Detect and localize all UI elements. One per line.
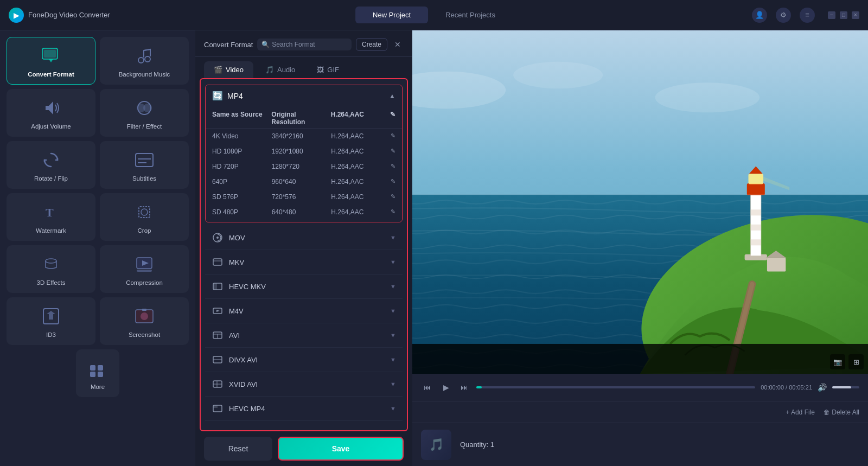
preview-camera-button[interactable]: 📷 bbox=[830, 354, 845, 369]
svg-rect-24 bbox=[98, 372, 103, 377]
format-item-divx-avi[interactable]: DIVX AVI ▼ bbox=[205, 348, 403, 372]
delete-all-button[interactable]: 🗑 Delete All bbox=[824, 408, 859, 416]
maximize-button[interactable]: □ bbox=[840, 11, 847, 19]
id3-label: ID3 bbox=[46, 331, 56, 338]
svg-rect-27 bbox=[213, 259, 222, 265]
sidebar-item-adjust-volume[interactable]: Adjust Volume bbox=[7, 89, 95, 137]
gif-tab-icon: 🖼 bbox=[317, 66, 324, 74]
sidebar-item-background-music[interactable]: Background Music bbox=[100, 37, 189, 85]
sidebar-item-rotate-flip[interactable]: Rotate / Flip bbox=[7, 141, 95, 189]
app-name: FoneDog Video Converter bbox=[28, 11, 110, 19]
menu-icon[interactable]: ≡ bbox=[800, 8, 815, 23]
minimize-button[interactable]: − bbox=[828, 11, 835, 19]
svg-rect-52 bbox=[747, 183, 765, 195]
svg-point-19 bbox=[141, 312, 148, 320]
preview-overlay-icons: 📷 ⊞ bbox=[830, 354, 864, 369]
table-row[interactable]: SD 480P 640*480 H.264,AAC ✎ bbox=[206, 205, 402, 220]
sidebar-item-3d-effects[interactable]: 3D Effects bbox=[7, 245, 95, 293]
format-item-xvid-avi[interactable]: XVID AVI ▼ bbox=[205, 372, 403, 397]
progress-fill bbox=[476, 386, 482, 388]
search-format[interactable]: 🔍 Search Format bbox=[257, 39, 352, 50]
sidebar-item-crop[interactable]: Crop bbox=[100, 193, 189, 241]
edit-icon[interactable]: ✎ bbox=[391, 163, 395, 170]
format-bottom: Reset Save bbox=[195, 431, 412, 466]
sidebar-item-convert-format[interactable]: Convert Format bbox=[7, 37, 95, 85]
new-project-tab[interactable]: New Project bbox=[355, 7, 428, 23]
save-button[interactable]: Save bbox=[278, 437, 404, 461]
svg-rect-41 bbox=[213, 405, 218, 408]
filter-effect-label: Filter / Effect bbox=[127, 123, 162, 130]
format-item-mov[interactable]: MOV ▼ bbox=[205, 226, 403, 250]
svg-point-13 bbox=[46, 259, 56, 263]
play-button[interactable]: ▶ bbox=[439, 381, 452, 394]
adjust-volume-label: Adjust Volume bbox=[31, 123, 71, 130]
table-row[interactable]: SD 576P 720*576 H.264,AAC ✎ bbox=[206, 189, 402, 205]
mkv-chevron: ▼ bbox=[390, 259, 396, 265]
sidebar-item-compression[interactable]: Compression bbox=[100, 245, 189, 293]
reset-button[interactable]: Reset bbox=[204, 437, 272, 461]
table-row[interactable]: 4K Video 3840*2160 H.264,AAC ✎ bbox=[206, 129, 402, 144]
hevc-mp4-label: HEVC MP4 bbox=[229, 405, 265, 413]
profile-icon[interactable]: 👤 bbox=[752, 8, 767, 23]
format-item-mkv[interactable]: MKV ▼ bbox=[205, 250, 403, 275]
recent-projects-tab[interactable]: Recent Projects bbox=[428, 7, 513, 23]
avi-label: AVI bbox=[229, 331, 240, 340]
tab-video[interactable]: 🎬 Video bbox=[204, 61, 253, 78]
tab-audio[interactable]: 🎵 Audio bbox=[256, 61, 305, 78]
mkv-label: MKV bbox=[229, 258, 244, 266]
col-edit: ✎ bbox=[390, 111, 395, 126]
gif-tab-label: GIF bbox=[327, 66, 339, 74]
sidebar-item-filter-effect[interactable]: Filter / Effect bbox=[100, 89, 189, 137]
table-row[interactable]: 640P 960*640 H.264,AAC ✎ bbox=[206, 174, 402, 189]
table-row[interactable]: HD 720P 1280*720 H.264,AAC ✎ bbox=[206, 159, 402, 174]
sidebar-item-more[interactable]: More bbox=[76, 349, 119, 397]
create-button[interactable]: Create bbox=[356, 38, 387, 51]
format-item-hevc-mp4[interactable]: HEVC MP4 ▼ bbox=[205, 397, 403, 421]
hevc-mp4-icon bbox=[212, 403, 224, 414]
edit-icon[interactable]: ✎ bbox=[391, 178, 395, 186]
skip-back-button[interactable]: ⏮ bbox=[421, 381, 434, 394]
svg-point-57 bbox=[513, 62, 603, 89]
sidebar-item-id3[interactable]: ID3 bbox=[7, 297, 95, 345]
xvid-avi-icon bbox=[212, 378, 224, 390]
mov-icon bbox=[212, 232, 224, 244]
edit-icon[interactable]: ✎ bbox=[391, 148, 395, 155]
volume-track[interactable] bbox=[832, 386, 859, 388]
title-bar-right: 👤 ⚙ ≡ − □ × bbox=[752, 8, 859, 23]
svg-rect-16 bbox=[137, 270, 152, 272]
edit-icon[interactable]: ✎ bbox=[391, 193, 395, 201]
format-item-hevc-mkv[interactable]: HEVC MKV ▼ bbox=[205, 275, 403, 299]
mov-chevron: ▼ bbox=[390, 234, 396, 241]
m4v-chevron: ▼ bbox=[390, 308, 396, 314]
convert-format-icon bbox=[39, 44, 63, 68]
app-logo: ▶ FoneDog Video Converter bbox=[9, 8, 110, 23]
sidebar-item-subtitles[interactable]: Subtitles bbox=[100, 141, 189, 189]
mov-label: MOV bbox=[229, 234, 245, 242]
svg-rect-1 bbox=[44, 50, 56, 58]
rotate-flip-icon bbox=[39, 148, 63, 172]
edit-icon[interactable]: ✎ bbox=[391, 208, 395, 216]
mp4-chevron-icon: ▲ bbox=[389, 92, 395, 100]
mp4-label: MP4 bbox=[227, 92, 243, 100]
format-item-m4v[interactable]: M4V ▼ bbox=[205, 299, 403, 323]
sidebar-item-watermark[interactable]: T Watermark bbox=[7, 193, 95, 241]
add-file-button[interactable]: + Add File bbox=[786, 408, 815, 416]
table-row[interactable]: HD 1080P 1920*1080 H.264,AAC ✎ bbox=[206, 144, 402, 159]
mp4-header-left: 🔄 MP4 bbox=[212, 91, 243, 101]
tab-gif[interactable]: 🖼 GIF bbox=[307, 61, 349, 78]
close-panel-button[interactable]: ✕ bbox=[392, 39, 404, 50]
edit-icon[interactable]: ✎ bbox=[391, 132, 395, 140]
close-button[interactable]: × bbox=[852, 11, 859, 19]
progress-track[interactable] bbox=[476, 386, 755, 388]
video-tab-label: Video bbox=[226, 66, 244, 74]
format-item-avi[interactable]: AVI ▼ bbox=[205, 323, 403, 348]
settings-icon[interactable]: ⚙ bbox=[776, 8, 791, 23]
preview-expand-button[interactable]: ⊞ bbox=[848, 354, 864, 369]
sidebar-item-screenshot[interactable]: Screenshot bbox=[100, 297, 189, 345]
skip-forward-button[interactable]: ⏭ bbox=[458, 381, 471, 394]
mp4-header[interactable]: 🔄 MP4 ▲ bbox=[206, 85, 402, 106]
format-panel-title: Convert Format bbox=[204, 41, 253, 49]
filter-effect-icon bbox=[132, 96, 156, 120]
format-list-container[interactable]: 🔄 MP4 ▲ Same as Source Original Resoluti… bbox=[200, 78, 408, 431]
3d-effects-label: 3D Effects bbox=[37, 279, 66, 286]
